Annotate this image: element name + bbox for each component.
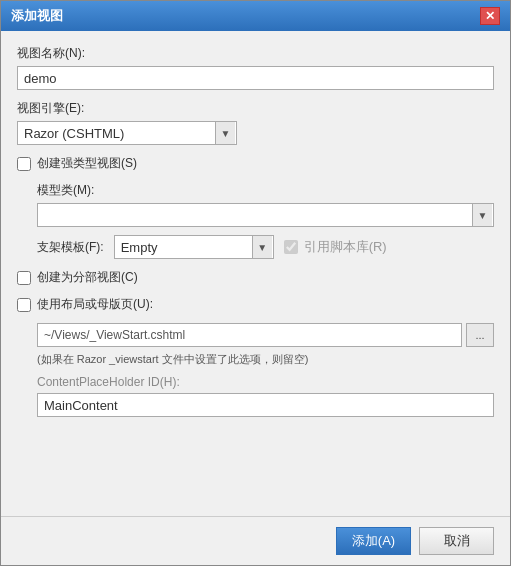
create-partial-row: 创建为分部视图(C) [17, 269, 494, 286]
scaffold-template-label: 支架模板(F): [37, 239, 104, 256]
reference-scripts-label: 引用脚本库(R) [304, 238, 387, 256]
add-button[interactable]: 添加(A) [336, 527, 411, 555]
view-engine-select[interactable]: Razor (CSHTML) ASPX [17, 121, 237, 145]
reference-scripts-checkbox[interactable] [284, 240, 298, 254]
view-name-label: 视图名称(N): [17, 45, 494, 62]
browse-button[interactable]: ... [466, 323, 494, 347]
scaffold-template-row: 支架模板(F): Empty Create Delete Details Edi… [37, 235, 494, 259]
dialog-footer: 添加(A) 取消 [1, 516, 510, 565]
title-bar: 添加视图 ✕ [1, 1, 510, 31]
use-layout-label[interactable]: 使用布局或母版页(U): [37, 296, 153, 313]
create-partial-label[interactable]: 创建为分部视图(C) [37, 269, 138, 286]
view-name-input[interactable] [17, 66, 494, 90]
layout-path-group: ... (如果在 Razor _viewstart 文件中设置了此选项，则留空)… [37, 323, 494, 417]
view-name-group: 视图名称(N): [17, 45, 494, 90]
scaffold-select-wrapper: Empty Create Delete Details Edit List ▼ [114, 235, 274, 259]
model-class-label: 模型类(M): [37, 182, 494, 199]
model-class-select[interactable] [37, 203, 494, 227]
content-placeholder-label: ContentPlaceHolder ID(H): [37, 375, 494, 389]
create-partial-checkbox[interactable] [17, 271, 31, 285]
layout-hint-text: (如果在 Razor _viewstart 文件中设置了此选项，则留空) [37, 353, 308, 365]
reference-scripts-row: 引用脚本库(R) [284, 238, 387, 256]
content-placeholder-input[interactable] [37, 393, 494, 417]
dialog-title: 添加视图 [11, 7, 63, 25]
use-layout-checkbox[interactable] [17, 298, 31, 312]
view-engine-group: 视图引擎(E): Razor (CSHTML) ASPX ▼ [17, 100, 494, 145]
strongly-typed-label[interactable]: 创建强类型视图(S) [37, 155, 137, 172]
model-class-group: 模型类(M): ▼ [37, 182, 494, 227]
view-engine-label: 视图引擎(E): [17, 100, 494, 117]
dialog-container: 添加视图 ✕ 视图名称(N): 视图引擎(E): Razor (CSHTML) … [0, 0, 511, 566]
layout-path-row: ... [37, 323, 494, 347]
scaffold-template-select[interactable]: Empty Create Delete Details Edit List [114, 235, 274, 259]
dialog-body: 视图名称(N): 视图引擎(E): Razor (CSHTML) ASPX ▼ … [1, 31, 510, 516]
strongly-typed-row: 创建强类型视图(S) [17, 155, 494, 172]
indented-options-group: 模型类(M): ▼ 支架模板(F): Empty Create Delete [37, 182, 494, 259]
use-layout-row: 使用布局或母版页(U): [17, 296, 494, 313]
close-button[interactable]: ✕ [480, 7, 500, 25]
layout-path-input[interactable] [37, 323, 462, 347]
cancel-button[interactable]: 取消 [419, 527, 494, 555]
strongly-typed-checkbox[interactable] [17, 157, 31, 171]
